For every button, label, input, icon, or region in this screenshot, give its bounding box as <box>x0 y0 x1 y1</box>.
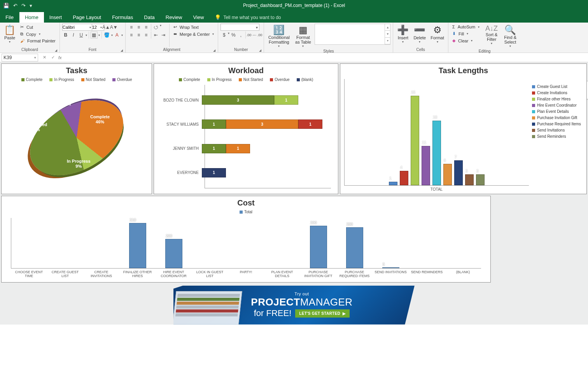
tasklengths-legend-item: Send Reminders <box>532 134 583 139</box>
decrease-indent-icon[interactable]: ⇤ <box>152 32 159 39</box>
tasklengths-bar: 25 <box>411 96 419 185</box>
tasklengths-legend-item: Purchase Required Items <box>532 122 583 126</box>
promo-cta-button[interactable]: LET'S GET STARTED▶ <box>295 309 350 318</box>
increase-decimal-icon[interactable]: .00→ <box>247 32 254 39</box>
delete-cells-button[interactable]: ➖Delete▾ <box>412 24 427 44</box>
tab-file[interactable]: File <box>0 12 19 23</box>
formula-input[interactable] <box>64 54 588 61</box>
cost-panel[interactable]: Cost Total 3102002902805 CHOOSE EVENT TI… <box>1 196 491 283</box>
save-icon[interactable]: 💾 <box>3 3 9 9</box>
editing-group-label: Editing <box>479 49 491 53</box>
customize-qat-icon[interactable]: ▾ <box>30 3 32 9</box>
tasks-panel[interactable]: Tasks Complete In Progress Not Started O… <box>1 63 152 194</box>
borders-button[interactable]: ▦ <box>91 32 98 39</box>
tell-me-label: Tell me what you want to do <box>223 15 281 20</box>
cond-fmt-icon: 🔢 <box>273 25 285 35</box>
tab-formulas[interactable]: Formulas <box>107 12 138 23</box>
workload-row: JENNY SMITH11 <box>205 143 331 155</box>
tell-me-search[interactable]: 💡 Tell me what you want to do <box>209 12 286 23</box>
fx-icon[interactable]: fx <box>58 55 62 60</box>
format-painter-button[interactable]: 🖌Format Painter <box>19 38 57 44</box>
cancel-formula-icon[interactable]: ✕ <box>41 55 47 60</box>
align-right-icon[interactable]: ≡ <box>143 32 150 39</box>
cut-icon: ✂ <box>19 24 24 30</box>
percent-icon[interactable]: % <box>230 32 237 39</box>
tab-insert[interactable]: Insert <box>44 12 68 23</box>
copy-icon: ⧉ <box>19 31 24 37</box>
fill-button[interactable]: ⬇Fill ▾ <box>451 30 481 37</box>
workload-segment: 3 <box>202 95 274 105</box>
dashboard-area: Update Reports Tasks Complete In Progres… <box>0 62 588 325</box>
redo-icon[interactable]: ↷ <box>21 3 26 9</box>
bold-button[interactable]: B <box>62 32 69 39</box>
tasklengths-chart: 142511186733 TOTAL Create Guest ListCrea… <box>340 77 586 194</box>
align-middle-icon[interactable]: ≡ <box>135 24 142 31</box>
workload-segment: 1 <box>298 119 322 129</box>
cost-category-label: LOCK IN GUEST LIST <box>192 270 228 278</box>
sort-filter-button[interactable]: A↓ZSort & Filter▾ <box>483 24 500 46</box>
currency-icon[interactable]: $ <box>220 32 228 39</box>
comma-icon[interactable]: , <box>237 32 244 39</box>
conditional-formatting-button[interactable]: 🔢 Conditional Formatting ▾ <box>266 24 291 49</box>
cost-category-label: CHOOSE EVENT TIME <box>11 270 47 278</box>
clipboard-launcher-icon[interactable]: ◢ <box>55 49 57 52</box>
tab-view[interactable]: View <box>187 12 209 23</box>
font-name-combo[interactable] <box>62 24 93 31</box>
tasklengths-panel[interactable]: Task Lengths 142511186733 TOTAL Create G… <box>340 63 587 194</box>
workload-title: Workload <box>154 64 338 77</box>
wrap-text-button[interactable]: ↩Wrap Text <box>172 24 216 30</box>
gallery-more-icon[interactable]: ▾ <box>385 38 390 44</box>
decrease-font-icon[interactable]: A▼ <box>110 24 117 31</box>
brush-icon: 🖌 <box>19 38 25 44</box>
insert-cells-button[interactable]: ➕Insert▾ <box>396 24 410 44</box>
clear-button[interactable]: ◆Clear ▾ <box>451 37 481 44</box>
gallery-down-icon[interactable]: ▼ <box>385 31 390 37</box>
delete-cells-icon: ➖ <box>414 25 425 35</box>
tab-review[interactable]: Review <box>160 12 188 23</box>
tasklengths-legend-item: Create Invitations <box>532 91 583 95</box>
merge-center-button[interactable]: ⬌Merge & Center ▾ <box>172 31 216 37</box>
format-cells-button[interactable]: ⚙Format▾ <box>429 24 446 44</box>
cell-styles-gallery[interactable]: ▲▼▾ <box>315 24 390 45</box>
align-bottom-icon[interactable]: ≡ <box>143 24 150 31</box>
promo-for-free: for FREE! <box>254 308 292 318</box>
undo-icon[interactable]: ↶ <box>13 3 18 9</box>
paste-button[interactable]: 📋 Paste ▾ <box>2 24 17 44</box>
number-format-combo[interactable]: ▾ <box>220 24 259 31</box>
copy-button[interactable]: ⧉Copy ▾ <box>19 31 57 37</box>
name-box-dropdown-icon[interactable]: ▾ <box>34 56 36 60</box>
font-color-button[interactable]: A <box>114 32 121 39</box>
italic-button[interactable]: I <box>70 32 77 39</box>
gallery-up-icon[interactable]: ▲ <box>385 24 390 31</box>
workload-panel[interactable]: Workload Complete In Progress Not Starte… <box>154 63 338 194</box>
group-alignment: ≡ ≡ ≡ ⭯ ▾ ≡ ≡ ≡ ⇤ ⇥ ↩Wrap Text <box>126 23 219 53</box>
align-left-icon[interactable]: ≡ <box>128 32 135 39</box>
number-launcher-icon[interactable]: ◢ <box>259 49 261 52</box>
tab-data[interactable]: Data <box>138 12 160 23</box>
eraser-icon: ◆ <box>452 38 456 44</box>
decrease-decimal-icon[interactable]: ←.00 <box>254 32 261 39</box>
name-box[interactable]: K39 ▾ <box>2 54 38 61</box>
accept-formula-icon[interactable]: ✓ <box>50 55 56 60</box>
cost-legend: Total <box>2 209 490 216</box>
cut-button[interactable]: ✂Cut <box>19 24 57 30</box>
increase-font-icon[interactable]: A▲ <box>103 24 110 31</box>
tab-page-layout[interactable]: Page Layout <box>67 12 107 23</box>
cost-bar: 5 <box>373 267 409 268</box>
promo-brand-a: PROJECT <box>251 296 300 308</box>
group-styles: 🔢 Conditional Formatting ▾ ▦ Format as T… <box>264 23 393 53</box>
fill-color-button[interactable]: 🪣 <box>103 32 110 39</box>
orientation-icon[interactable]: ⭯ <box>152 24 159 31</box>
autosum-button[interactable]: ΣAutoSum ▾ <box>451 24 481 30</box>
promo-banner-box[interactable]: Try out PROJECTMANAGER for FREE! LET'S G… <box>173 286 415 325</box>
find-select-button[interactable]: 🔍Find & Select▾ <box>502 24 518 49</box>
font-launcher-icon[interactable]: ◢ <box>121 49 123 52</box>
tab-home[interactable]: Home <box>19 12 44 23</box>
find-icon: 🔍 <box>504 25 516 35</box>
underline-button[interactable]: U <box>78 32 85 39</box>
align-center-icon[interactable]: ≡ <box>135 32 142 39</box>
alignment-launcher-icon[interactable]: ◢ <box>213 49 215 52</box>
align-top-icon[interactable]: ≡ <box>128 24 135 31</box>
increase-indent-icon[interactable]: ⇥ <box>160 32 167 39</box>
format-as-table-button[interactable]: ▦ Format as Table ▾ <box>293 24 313 49</box>
